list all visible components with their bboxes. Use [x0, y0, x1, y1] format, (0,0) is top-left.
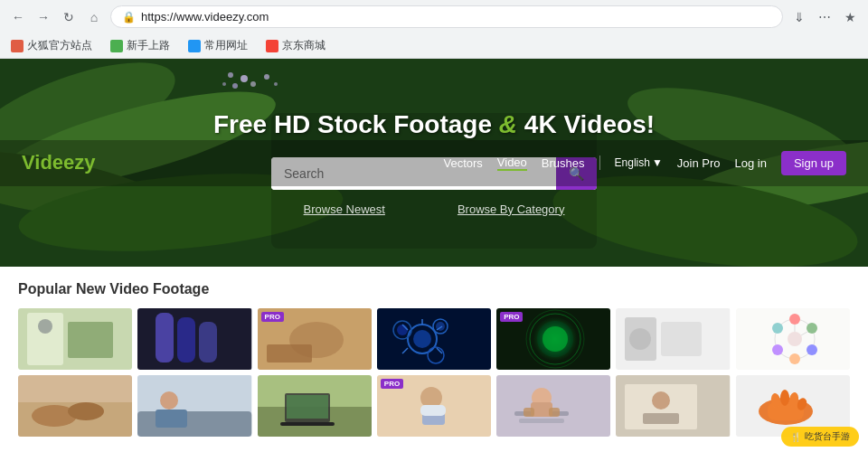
address-bar[interactable]: 🔒 https://www.videezy.com [110, 5, 783, 28]
bookmark-jd-label: 京东商城 [282, 38, 326, 53]
refresh-button[interactable]: ↻ [58, 6, 80, 28]
section-title: Popular New Video Footage [18, 281, 850, 297]
watermark: 🍴 吃货台手游 [781, 427, 859, 447]
bookmark-fox-label: 火狐官方站点 [27, 38, 92, 53]
svg-point-8 [232, 83, 238, 89]
video-thumb-4[interactable] [377, 308, 491, 370]
bookmark-common-label: 常用网址 [204, 38, 248, 53]
hero-title-part1: Free HD Stock Footage [213, 110, 492, 138]
home-button[interactable]: ⌂ [83, 6, 105, 28]
video-thumb-7[interactable] [736, 308, 850, 370]
video-thumb-12[interactable] [496, 375, 610, 437]
video-grid-row2: PRO [18, 375, 850, 437]
video-thumb-1[interactable] [18, 308, 132, 370]
svg-point-9 [241, 75, 248, 82]
svg-point-10 [228, 72, 233, 78]
video-thumb-8[interactable] [18, 375, 132, 437]
svg-point-11 [250, 81, 256, 87]
bookmark-newbie-icon [110, 40, 123, 52]
browser-toolbar: ← → ↻ ⌂ 🔒 https://www.videezy.com ⇓ ⋯ ★ [0, 0, 868, 33]
url-text: https://www.videezy.com [141, 10, 771, 24]
svg-point-12 [222, 82, 226, 86]
video-thumb-5[interactable]: PRO [496, 308, 610, 370]
bookmark-jd[interactable]: 京东商城 [262, 36, 329, 55]
nav-buttons: ← → ↻ ⌂ [7, 6, 105, 28]
svg-point-13 [264, 74, 269, 80]
browse-category-link[interactable]: Browse By Category [458, 202, 565, 216]
watermark-icon: 🍴 [790, 432, 801, 442]
site-logo: Videezy [22, 151, 96, 174]
video-thumb-11[interactable]: PRO [377, 375, 491, 437]
browse-newest-link[interactable]: Browse Newest [304, 202, 385, 216]
language-selector[interactable]: English ▼ [615, 156, 663, 169]
bookmark-button[interactable]: ★ [839, 6, 861, 28]
download-button[interactable]: ⇓ [788, 6, 810, 28]
hero-ampersand: & [499, 110, 517, 138]
join-pro-link[interactable]: Join Pro [677, 156, 721, 170]
logo-text: Videezy [22, 151, 96, 174]
chevron-down-icon: ▼ [652, 156, 663, 169]
nav-brushes[interactable]: Brushes [542, 156, 585, 170]
bookmark-jd-icon [266, 40, 278, 52]
bookmark-common[interactable]: 常用网址 [184, 36, 251, 55]
video-thumb-13[interactable] [616, 375, 730, 437]
bookmark-fox-icon [11, 40, 24, 52]
site-wrapper: Videezy Vectors Video Brushes English ▼ … [0, 59, 868, 447]
bookmark-newbie-label: 新手上路 [127, 38, 170, 53]
video-thumb-10[interactable] [258, 375, 372, 437]
popular-section: Popular New Video Footage [0, 267, 868, 447]
video-thumb-9[interactable] [137, 375, 251, 437]
video-thumb-3[interactable]: PRO [258, 308, 372, 370]
bookmarks-bar: 火狐官方站点 新手上路 常用网址 京东商城 [0, 33, 868, 59]
forward-button[interactable]: → [33, 6, 54, 28]
language-label: English [615, 156, 650, 169]
bookmark-fox[interactable]: 火狐官方站点 [7, 36, 96, 55]
bookmark-newbie[interactable]: 新手上路 [107, 36, 174, 55]
hero-section: Videezy Vectors Video Brushes English ▼ … [0, 59, 868, 267]
nav-vectors[interactable]: Vectors [443, 156, 482, 170]
nav-links: Vectors Video Brushes English ▼ Join Pro… [443, 151, 846, 175]
hero-title: Free HD Stock Footage & 4K Videos! [213, 110, 655, 139]
lock-icon: 🔒 [122, 11, 136, 24]
video-thumb-2[interactable] [137, 308, 251, 370]
hero-links: Browse Newest Browse By Category [213, 202, 655, 216]
site-nav: Videezy Vectors Video Brushes English ▼ … [0, 140, 868, 186]
video-grid-row1: PRO [18, 308, 850, 370]
browser-chrome: ← → ↻ ⌂ 🔒 https://www.videezy.com ⇓ ⋯ ★ … [0, 0, 868, 59]
bookmark-common-icon [188, 40, 201, 52]
svg-point-14 [274, 82, 278, 86]
watermark-text: 吃货台手游 [805, 430, 850, 443]
back-button[interactable]: ← [7, 6, 29, 28]
login-link[interactable]: Log in [734, 156, 766, 170]
browser-actions: ⇓ ⋯ ★ [788, 6, 861, 28]
nav-video[interactable]: Video [497, 155, 527, 171]
hero-title-part2: 4K Videos! [524, 110, 655, 138]
menu-button[interactable]: ⋯ [814, 6, 835, 28]
nav-divider [599, 155, 600, 170]
video-thumb-6[interactable] [616, 308, 730, 370]
signup-button[interactable]: Sign up [781, 151, 846, 175]
